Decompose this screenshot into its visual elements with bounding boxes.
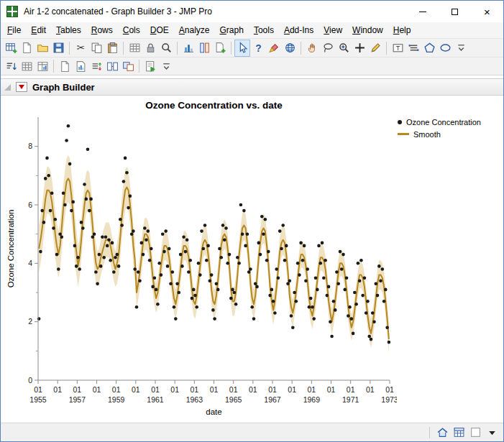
svg-text:?: ? bbox=[255, 42, 261, 54]
window-title: Air 1-2 concatenated - Graph Builder 3 -… bbox=[24, 6, 212, 17]
copy-button[interactable] bbox=[88, 40, 104, 57]
hand-icon bbox=[306, 42, 319, 54]
menu-file[interactable]: File bbox=[2, 23, 26, 37]
arrow-tool[interactable] bbox=[234, 40, 250, 57]
data-filter-button[interactable] bbox=[127, 40, 142, 57]
data-table-view-button[interactable] bbox=[452, 425, 466, 440]
question-icon: ? bbox=[252, 42, 265, 54]
column-viewer-button[interactable] bbox=[196, 40, 212, 57]
clear-row-states-button[interactable] bbox=[142, 40, 158, 57]
polygon-tool[interactable] bbox=[421, 40, 437, 57]
sort-button[interactable] bbox=[3, 57, 19, 75]
open-button[interactable] bbox=[35, 40, 50, 57]
globe-tool[interactable] bbox=[282, 40, 298, 57]
doc-icon bbox=[59, 60, 71, 73]
magnifier-tool[interactable] bbox=[336, 40, 352, 57]
toolbar-separator bbox=[69, 42, 70, 55]
svg-text:0: 0 bbox=[28, 376, 32, 385]
svg-text:01: 01 bbox=[288, 385, 296, 394]
svg-text:1955: 1955 bbox=[29, 395, 47, 404]
sort-columns-button[interactable] bbox=[88, 57, 104, 75]
menu-cols[interactable]: Cols bbox=[118, 23, 145, 37]
table-new-icon bbox=[5, 42, 17, 54]
cut-button[interactable]: ✂ bbox=[73, 40, 88, 57]
svg-text:✂: ✂ bbox=[76, 42, 85, 53]
new-journal-button[interactable] bbox=[19, 40, 35, 57]
menu-addins[interactable]: Add-Ins bbox=[279, 23, 319, 37]
menu-window[interactable]: Window bbox=[347, 23, 388, 37]
menu-tables[interactable]: Tables bbox=[51, 23, 86, 37]
axis-lines[interactable] bbox=[38, 117, 390, 380]
minimize-button[interactable] bbox=[406, 1, 439, 22]
oval-tool[interactable] bbox=[437, 40, 453, 57]
oval-icon bbox=[439, 42, 452, 54]
toolbar-separator bbox=[139, 60, 139, 73]
svg-text:1959: 1959 bbox=[108, 395, 125, 404]
plot-area[interactable]: 0246801195501011957010119590101196101011… bbox=[5, 110, 397, 420]
layout-button[interactable] bbox=[73, 57, 88, 75]
join-table-button[interactable] bbox=[120, 57, 136, 75]
lasso-tool[interactable] bbox=[320, 40, 336, 57]
new-formula-column-button[interactable] bbox=[212, 40, 228, 57]
plus-doc-icon bbox=[214, 42, 226, 54]
maximize-button[interactable] bbox=[439, 1, 471, 22]
menu-rows[interactable]: Rows bbox=[86, 23, 118, 37]
window-list-button[interactable] bbox=[485, 425, 499, 440]
chart-doc-icon bbox=[75, 60, 87, 73]
x-axis-label[interactable]: date bbox=[206, 408, 221, 416]
red-triangle-menu-button[interactable] bbox=[16, 82, 27, 92]
svg-text:2: 2 bbox=[28, 317, 32, 326]
blank-box-icon bbox=[469, 426, 482, 438]
close-button[interactable]: × bbox=[471, 1, 503, 22]
grabber-tool[interactable] bbox=[304, 40, 320, 57]
y-axis-label[interactable]: Ozone Concentration bbox=[6, 210, 15, 288]
save-button[interactable] bbox=[50, 40, 66, 57]
svg-text:01: 01 bbox=[385, 385, 394, 394]
line-tool[interactable] bbox=[406, 40, 421, 57]
svg-text:01: 01 bbox=[210, 385, 219, 394]
legend-item[interactable]: Ozone Concentration bbox=[398, 116, 481, 128]
sort-icon bbox=[5, 60, 17, 73]
columns-icon bbox=[198, 42, 211, 54]
split-table-button[interactable] bbox=[104, 57, 120, 75]
window-state-button[interactable] bbox=[468, 425, 482, 440]
brush-tool[interactable] bbox=[266, 40, 282, 57]
annotate-tool[interactable] bbox=[367, 40, 383, 57]
magnifier-icon bbox=[160, 42, 173, 54]
journal-button[interactable] bbox=[57, 57, 73, 75]
toolbar-secondary bbox=[1, 57, 503, 75]
globe-icon bbox=[284, 42, 296, 54]
menu-analyze[interactable]: Analyze bbox=[174, 23, 215, 37]
help-tool[interactable]: ? bbox=[250, 40, 266, 57]
legend-item[interactable]: Smooth bbox=[398, 128, 481, 140]
confidence-band bbox=[39, 155, 389, 354]
pencil-icon bbox=[370, 42, 382, 54]
toolbar-main: ✂?T bbox=[1, 38, 503, 57]
menu-edit[interactable]: Edit bbox=[26, 23, 51, 37]
menu-view[interactable]: View bbox=[319, 23, 347, 37]
menu-graph[interactable]: Graph bbox=[215, 23, 249, 37]
legend-line-marker bbox=[398, 133, 409, 135]
toolbar-overflow-2-button[interactable] bbox=[158, 57, 174, 75]
toolbar-overflow-button[interactable] bbox=[453, 40, 469, 57]
search-button[interactable] bbox=[158, 40, 174, 57]
paste-button[interactable] bbox=[104, 40, 120, 57]
disclosure-triangle-icon[interactable] bbox=[4, 84, 11, 91]
menu-help[interactable]: Help bbox=[388, 23, 416, 37]
barchart-icon bbox=[183, 42, 195, 54]
menu-doe[interactable]: DOE bbox=[145, 23, 174, 37]
home-button[interactable] bbox=[435, 425, 449, 440]
crosshair-tool[interactable] bbox=[352, 40, 367, 57]
summary-button[interactable] bbox=[35, 57, 50, 75]
menu-tools[interactable]: Tools bbox=[249, 23, 279, 37]
svg-text:01: 01 bbox=[53, 385, 62, 394]
toolbar-separator bbox=[177, 42, 178, 55]
run-script-button[interactable] bbox=[142, 57, 158, 75]
scatter-points[interactable] bbox=[37, 124, 390, 344]
close-icon: × bbox=[484, 6, 490, 17]
new-data-table-button[interactable] bbox=[3, 40, 19, 57]
data-grid-button[interactable] bbox=[19, 57, 35, 75]
status-separator bbox=[429, 427, 430, 438]
graph-builder-button[interactable] bbox=[180, 40, 196, 57]
text-box-tool[interactable]: T bbox=[390, 40, 406, 57]
